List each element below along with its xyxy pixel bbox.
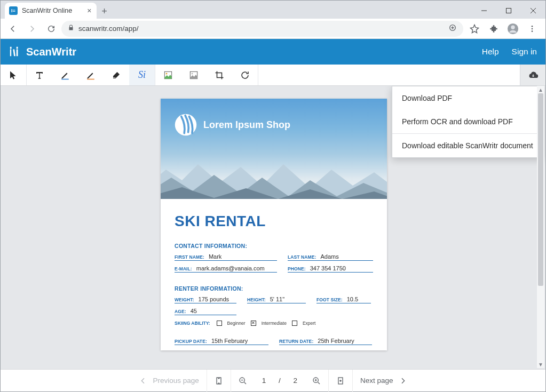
profile-button[interactable] xyxy=(505,21,521,37)
document-body: SKI RENTAL CONTACT INFORMATION: FIRST NA… xyxy=(161,199,387,350)
pickup-label: PICKUP DATE: xyxy=(175,339,207,344)
window-close-button[interactable] xyxy=(521,3,545,19)
browser-menu-button[interactable] xyxy=(524,21,540,37)
titlebar: I≡ ScanWritr Online × + xyxy=(1,1,545,19)
signature-glyph: Si xyxy=(138,69,146,81)
brand-logo-icon xyxy=(9,46,21,58)
svg-rect-7 xyxy=(10,49,11,56)
age-value: 45 xyxy=(191,308,197,314)
scrollbar-track[interactable] xyxy=(537,93,544,361)
lock-icon xyxy=(68,25,74,33)
weight-value: 175 pounds xyxy=(199,296,230,302)
ski-logo-icon xyxy=(173,113,198,137)
tab-close-icon[interactable]: × xyxy=(87,6,91,15)
field-row: WEIGHT: 175 pounds HEIGHT: 5' 11" FOOT S… xyxy=(175,296,373,303)
email-field: E-MAIL: mark.adams@vanaia.com xyxy=(175,265,277,273)
forward-button[interactable] xyxy=(23,21,41,37)
text-tool[interactable] xyxy=(27,65,52,85)
prev-page-button[interactable]: Previous page xyxy=(131,370,206,392)
last-name-label: LAST NAME: xyxy=(288,254,316,260)
window-maximize-button[interactable] xyxy=(496,3,521,19)
first-name-field: FIRST NAME: Mark xyxy=(175,253,277,261)
signature-tool[interactable]: Si xyxy=(129,65,155,85)
url-text: scanwritr.com/app/ xyxy=(78,25,139,33)
download-pdf-item[interactable]: Download PDF xyxy=(392,86,543,110)
omnibox[interactable]: scanwritr.com/app/ xyxy=(61,21,463,37)
image-gray-tool[interactable] xyxy=(181,65,207,85)
hero-brand-text: Lorem Ipsum Shop xyxy=(203,119,290,131)
zoom-in-button[interactable] xyxy=(305,370,328,392)
extensions-area xyxy=(464,21,542,37)
field-row: AGE: 45 xyxy=(175,308,373,315)
age-label: AGE: xyxy=(175,309,186,314)
scrollbar-thumb[interactable] xyxy=(538,93,543,286)
brand[interactable]: ScanWritr xyxy=(9,46,76,58)
signin-link[interactable]: Sign in xyxy=(512,47,537,57)
svg-point-6 xyxy=(532,30,533,32)
rotate-tool[interactable] xyxy=(232,65,258,85)
pen-orange-tool[interactable] xyxy=(78,65,104,85)
document-hero: Lorem Ipsum Shop xyxy=(161,99,387,199)
page-total: 2 xyxy=(294,377,298,385)
email-value: mark.adams@vanaia.com xyxy=(196,265,265,271)
section-contact-label: CONTACT INFORMATION: xyxy=(175,243,373,249)
eraser-tool[interactable] xyxy=(104,65,129,85)
help-link[interactable]: Help xyxy=(482,47,499,57)
email-label: E-MAIL: xyxy=(175,266,192,271)
browser-window: I≡ ScanWritr Online × + xyxy=(0,0,546,392)
vertical-scrollbar[interactable]: ▲ ▼ xyxy=(537,86,544,368)
expert-checkbox xyxy=(292,321,297,326)
editor-toolbar: Si xyxy=(1,65,545,86)
return-date-field: RETURN DATE: 25th February xyxy=(279,338,372,345)
phone-field: PHONE: 347 354 1750 xyxy=(288,265,373,273)
add-page-button[interactable] xyxy=(329,370,352,392)
svg-point-4 xyxy=(532,26,533,27)
document-title: SKI RENTAL xyxy=(175,213,373,230)
height-field: HEIGHT: 5' 11" xyxy=(247,296,306,303)
scroll-down-icon[interactable]: ▼ xyxy=(537,361,544,368)
extensions-button[interactable] xyxy=(486,21,502,37)
height-value: 5' 11" xyxy=(270,296,284,302)
next-page-button[interactable]: Next page xyxy=(353,370,415,392)
ski-ability-row: SKIING ABILITY: Beginner Intermediate Ex… xyxy=(175,321,373,326)
download-editable-item[interactable]: Download editable ScanWritr document xyxy=(392,134,543,157)
fit-page-button[interactable] xyxy=(207,370,231,392)
window-controls xyxy=(472,3,545,19)
page-indicator: 1 / 2 xyxy=(255,370,305,392)
weight-field: WEIGHT: 175 pounds xyxy=(175,296,236,303)
zoom-out-button[interactable] xyxy=(231,370,255,392)
pen-blue-tool[interactable] xyxy=(52,65,78,85)
back-button[interactable] xyxy=(4,21,22,37)
workspace: Lorem Ipsum Shop SKI RENTAL CONTACT INFO… xyxy=(1,86,545,369)
next-page-label: Next page xyxy=(360,377,393,385)
foot-value: 10.5 xyxy=(347,296,358,302)
ski-ability-label: SKIING ABILITY: xyxy=(175,321,210,326)
first-name-value: Mark xyxy=(209,253,221,260)
return-label: RETURN DATE: xyxy=(279,339,313,344)
select-tool[interactable] xyxy=(1,65,26,85)
intermediate-checkbox xyxy=(251,321,256,326)
svg-rect-0 xyxy=(507,9,511,13)
svg-rect-9 xyxy=(87,78,94,79)
download-ocr-pdf-item[interactable]: Perform OCR and download PDF xyxy=(392,110,543,133)
phone-label: PHONE: xyxy=(288,266,306,271)
favicon-icon: I≡ xyxy=(9,6,18,15)
scroll-up-icon[interactable]: ▲ xyxy=(537,86,544,93)
page-current: 1 xyxy=(262,377,266,385)
download-menu-button[interactable] xyxy=(520,65,545,85)
new-tab-button[interactable]: + xyxy=(97,4,112,19)
browser-tab[interactable]: I≡ ScanWritr Online × xyxy=(5,3,97,19)
app-header: ScanWritr Help Sign in xyxy=(1,39,545,65)
bookmark-button[interactable] xyxy=(466,21,482,37)
intermediate-label: Intermediate xyxy=(262,321,287,326)
pickup-date-field: PICKUP DATE: 15th February xyxy=(175,338,268,345)
beginner-checkbox xyxy=(217,321,222,326)
crop-tool[interactable] xyxy=(207,65,232,85)
svg-point-5 xyxy=(532,28,533,29)
window-minimize-button[interactable] xyxy=(472,3,496,19)
image-color-tool[interactable] xyxy=(155,65,181,85)
reload-button[interactable] xyxy=(42,21,60,37)
zoom-badge-icon[interactable] xyxy=(448,23,457,34)
svg-point-11 xyxy=(166,73,168,74)
document-page[interactable]: Lorem Ipsum Shop SKI RENTAL CONTACT INFO… xyxy=(161,99,387,350)
